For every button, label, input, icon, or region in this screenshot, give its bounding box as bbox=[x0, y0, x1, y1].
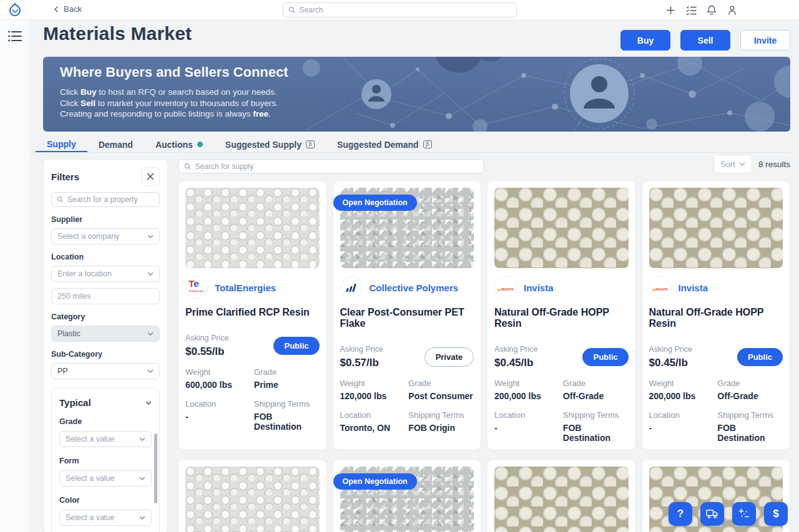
help-button[interactable]: ? bbox=[669, 502, 692, 526]
supply-search[interactable] bbox=[178, 159, 484, 173]
beta-icon: β bbox=[306, 140, 315, 148]
search-icon bbox=[57, 196, 64, 203]
filters-panel: Filters Supplier Select a company Locati… bbox=[43, 159, 168, 532]
tab[interactable]: Supply bbox=[36, 137, 87, 152]
pricing-button[interactable]: $ bbox=[764, 502, 788, 526]
field-label: Color bbox=[59, 496, 152, 505]
supply-card[interactable]: INVISTA Invista Natural Off-Grade HOPP R… bbox=[487, 180, 636, 450]
subcategory-select[interactable]: PP bbox=[51, 363, 160, 379]
field-select[interactable]: Select a value bbox=[59, 431, 152, 447]
visibility-badge: Public bbox=[737, 348, 783, 366]
tab-label: Supply bbox=[47, 139, 76, 149]
product-image bbox=[494, 467, 629, 532]
field-select[interactable]: Select a value bbox=[59, 510, 152, 526]
supply-card[interactable]: INVISTA Invista Natural Off-Grade HOPP R… bbox=[642, 180, 791, 450]
property-search-input[interactable] bbox=[67, 195, 154, 204]
global-search[interactable] bbox=[283, 2, 517, 17]
page-title: Materials Market bbox=[43, 23, 192, 44]
listing-title[interactable]: Natural Off-Grade HOPP Resin bbox=[649, 307, 783, 329]
radius-field[interactable] bbox=[51, 288, 160, 304]
company-row: Collective Polymers bbox=[340, 276, 474, 299]
global-search-input[interactable] bbox=[299, 6, 511, 14]
supply-search-input[interactable] bbox=[195, 162, 478, 171]
tab[interactable]: Demand bbox=[87, 137, 144, 152]
supply-cards-grid: TeTotalEnergies TotalEnergies Prime Clar… bbox=[178, 180, 790, 532]
supplier-select[interactable]: Select a company bbox=[51, 228, 160, 244]
asking-price-label: Asking Price bbox=[340, 345, 383, 354]
product-image: Open Negotiation bbox=[340, 188, 474, 268]
asking-price-value: $0.57/lb bbox=[340, 357, 383, 369]
listing-details: Weight 120,000 lbs Grade Post Consumer L… bbox=[340, 379, 474, 433]
location-select[interactable]: Enter a location bbox=[51, 266, 160, 282]
search-icon bbox=[184, 163, 192, 170]
price-row: Asking Price $0.57/lb Private bbox=[340, 345, 474, 369]
tabs-divider bbox=[31, 152, 790, 153]
tab-label: Suggested Supply bbox=[225, 140, 301, 150]
tab[interactable]: Suggested Demand β bbox=[326, 137, 443, 152]
supply-card[interactable]: TeTotalEnergies TotalEnergies Prime Clar… bbox=[178, 180, 327, 450]
company-name-link[interactable]: TotalEnergies bbox=[215, 283, 276, 293]
supply-card[interactable]: Open Negotiation Collective Polymers bbox=[333, 459, 482, 532]
category-select[interactable]: Plastic bbox=[51, 326, 160, 342]
user-icon[interactable] bbox=[727, 4, 738, 16]
sort-button[interactable]: Sort bbox=[713, 155, 752, 173]
invista-logo-icon: INVISTA bbox=[498, 282, 514, 293]
listing-title[interactable]: Natural Off-Grade HOPP Resin bbox=[494, 307, 629, 329]
supply-card[interactable]: INVISTA Invista bbox=[487, 459, 636, 532]
marketplace-banner: Where Buyers and Sellers Connect Click B… bbox=[43, 57, 790, 132]
listing-title[interactable]: Prime Clarified RCP Resin bbox=[185, 307, 320, 318]
tab[interactable]: Suggested Supply β bbox=[214, 137, 326, 152]
product-image bbox=[494, 188, 629, 268]
supply-card[interactable]: TeTotalEnergies TotalEnergies bbox=[178, 459, 327, 532]
chevron-down-icon[interactable] bbox=[145, 400, 152, 406]
back-button[interactable]: Back bbox=[53, 4, 82, 14]
chevron-down-icon bbox=[739, 161, 745, 167]
header-buttons: Buy Sell Invite bbox=[620, 30, 790, 51]
close-filters-button[interactable] bbox=[141, 167, 160, 186]
filter-field: Grade Select a value bbox=[59, 417, 152, 447]
collective-polymers-logo-icon bbox=[346, 284, 356, 292]
company-row: INVISTA Invista bbox=[494, 276, 629, 299]
menu-list-icon[interactable] bbox=[8, 30, 22, 42]
radius-input[interactable] bbox=[57, 292, 154, 301]
company-name-link[interactable]: Invista bbox=[679, 283, 708, 293]
shipping-terms-cell: Shipping Terms FOB Destination bbox=[717, 410, 783, 443]
asking-price-value: $0.55/lb bbox=[185, 346, 228, 358]
company-name-link[interactable]: Invista bbox=[524, 283, 554, 293]
visibility-badge: Private bbox=[424, 347, 474, 367]
sell-button[interactable]: Sell bbox=[680, 30, 730, 51]
invite-button[interactable]: Invite bbox=[740, 30, 790, 51]
banner-title: Where Buyers and Sellers Connect bbox=[60, 64, 288, 80]
supplier-label: Supplier bbox=[51, 215, 160, 224]
price-row: Asking Price $0.55/lb Public bbox=[185, 334, 320, 358]
location-label: Location bbox=[51, 253, 160, 261]
unit-converter-button[interactable] bbox=[732, 502, 756, 526]
visibility-badge: Public bbox=[273, 337, 319, 355]
live-dot-icon bbox=[197, 142, 203, 147]
property-search[interactable] bbox=[51, 192, 160, 207]
field-label: Grade bbox=[59, 417, 152, 426]
banner-line: Click Sell to market your inventory to t… bbox=[60, 98, 278, 109]
freight-button[interactable] bbox=[700, 502, 724, 526]
company-name-link[interactable]: Collective Polymers bbox=[370, 283, 459, 293]
group-scrollbar[interactable] bbox=[154, 433, 157, 503]
totalenergies-logo-icon: TeTotalEnergies bbox=[189, 279, 205, 296]
tasks-list-icon[interactable] bbox=[685, 4, 697, 16]
asking-price-label: Asking Price bbox=[649, 345, 692, 354]
asking-price-value: $0.45/lb bbox=[649, 357, 692, 369]
field-label: Form bbox=[59, 457, 152, 465]
buy-button[interactable]: Buy bbox=[620, 30, 670, 51]
plus-icon[interactable] bbox=[665, 4, 676, 16]
chevron-down-icon bbox=[147, 233, 154, 239]
bell-icon[interactable] bbox=[706, 4, 717, 16]
field-select[interactable]: Select a value bbox=[59, 470, 152, 486]
app-logo-icon[interactable] bbox=[7, 2, 22, 17]
company-logo: INVISTA bbox=[494, 276, 517, 299]
chevron-down-icon bbox=[147, 271, 154, 277]
listing-title[interactable]: Clear Post-Consumer PET Flake bbox=[340, 307, 474, 329]
company-logo: TeTotalEnergies bbox=[185, 276, 208, 299]
tab-label: Demand bbox=[99, 140, 133, 150]
supply-card[interactable]: Open Negotiation Collective Polymers Cle… bbox=[333, 180, 482, 450]
company-row: INVISTA Invista bbox=[649, 276, 783, 299]
tab[interactable]: Auctions bbox=[144, 137, 214, 152]
